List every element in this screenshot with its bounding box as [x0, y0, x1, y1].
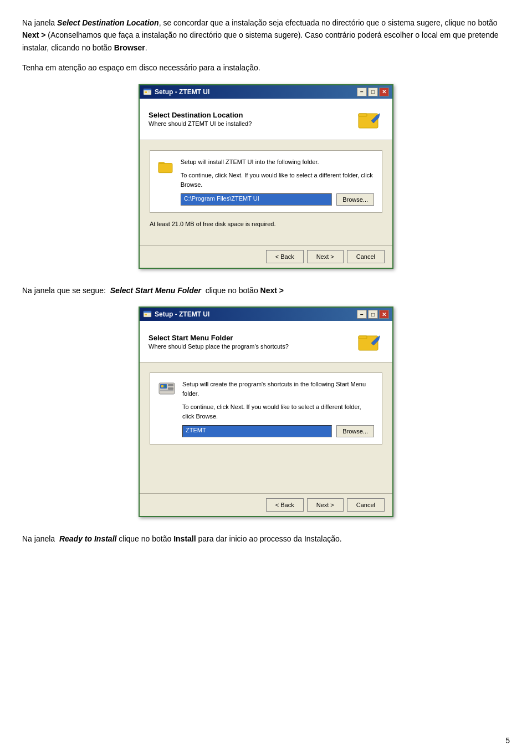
svg-rect-21	[165, 385, 166, 387]
spacer-2	[150, 452, 382, 486]
header-text-1: Select Destination Location Where should…	[149, 111, 252, 127]
dialog-footer-1: < Back Next > Cancel	[140, 245, 392, 268]
dialog-inner-box-2: Setup will create the program's shortcut…	[150, 372, 382, 445]
maximize-button-2[interactable]: □	[368, 310, 378, 319]
next-button-1[interactable]: Next >	[307, 250, 344, 263]
minimize-button-2[interactable]: −	[357, 310, 367, 319]
shortcuts-icon	[158, 380, 176, 397]
folder-icon-1	[158, 157, 174, 175]
dialog-header-2: Select Start Menu Folder Where should Se…	[140, 321, 392, 362]
disk-space-note: At least 21.0 MB of free disk space is r…	[150, 221, 382, 227]
dialog-body-1: Setup will install ZTEMT UI into the fol…	[140, 140, 392, 246]
svg-rect-9	[144, 311, 151, 313]
paragraph-4: Na janela Ready to Install clique no bot…	[22, 533, 510, 545]
dialog-header-1: Select Destination Location Where should…	[140, 99, 392, 140]
inner-text-1a: Setup will install ZTEMT UI into the fol…	[181, 157, 374, 167]
setup-icon-1	[143, 88, 152, 96]
dialog-select-destination: Setup - ZTEMT UI − □ ✕ Select Destinatio…	[139, 84, 393, 269]
dialog-footer-2: < Back Next > Cancel	[140, 493, 392, 516]
dialog-inner-box-1: Setup will install ZTEMT UI into the fol…	[150, 150, 382, 213]
svg-rect-18	[168, 387, 173, 390]
close-button-2[interactable]: ✕	[379, 310, 389, 319]
dialog-controls-1[interactable]: − □ ✕	[357, 88, 389, 96]
svg-rect-19	[160, 390, 173, 391]
dialog-header-icon-2	[356, 328, 383, 355]
back-button-2[interactable]: < Back	[266, 498, 304, 512]
cancel-button-1[interactable]: Cancel	[347, 250, 385, 263]
svg-rect-4	[148, 93, 150, 93]
inner-content-1: Setup will install ZTEMT UI into the fol…	[181, 157, 374, 206]
maximize-button-1[interactable]: □	[368, 88, 378, 96]
svg-rect-12	[148, 315, 150, 315]
paragraph-1: Na janela Select Destination Location, s…	[22, 17, 510, 54]
paragraph-2: Tenha em atenção ao espaço em disco nece…	[22, 62, 510, 74]
browse-button-2[interactable]: Browse...	[336, 425, 374, 437]
inner-text-1b: To continue, click Next. If you would li…	[181, 171, 374, 189]
browse-button-1[interactable]: Browse...	[336, 193, 374, 206]
minimize-button-1[interactable]: −	[357, 88, 367, 96]
header-title-2: Select Start Menu Folder	[149, 334, 289, 342]
svg-rect-1	[144, 89, 151, 90]
dialog-controls-2[interactable]: − □ ✕	[357, 310, 389, 319]
install-location-row-1: C:\Program Files\ZTEMT UI Browse...	[181, 193, 374, 206]
dialog-titlebar-2: Setup - ZTEMT UI − □ ✕	[140, 308, 392, 321]
svg-rect-6	[359, 114, 367, 116]
back-button-1[interactable]: < Back	[266, 250, 304, 263]
svg-rect-3	[148, 91, 150, 92]
svg-rect-10	[145, 314, 147, 315]
dialog-header-icon-1	[356, 105, 383, 133]
install-path-display-1[interactable]: C:\Program Files\ZTEMT UI	[181, 193, 332, 206]
install-location-row-2: ZTEMT Browse...	[182, 425, 374, 437]
dialog-title-1: Setup - ZTEMT UI	[155, 88, 209, 96]
svg-rect-7	[158, 163, 172, 172]
inner-content-2: Setup will create the program's shortcut…	[182, 380, 374, 437]
svg-rect-20	[161, 385, 163, 387]
setup-icon-2	[143, 310, 152, 319]
svg-rect-17	[168, 384, 173, 386]
inner-text-2b: To continue, click Next. If you would li…	[182, 402, 374, 421]
header-subtitle-1: Where should ZTEMT UI be installed?	[149, 120, 252, 127]
dialog-body-2: Setup will create the program's shortcut…	[140, 362, 392, 493]
dialog-select-start-menu: Setup - ZTEMT UI − □ ✕ Select Start Menu…	[139, 307, 393, 517]
inner-text-2a: Setup will create the program's shortcut…	[182, 380, 374, 398]
paragraph-3: Na janela que se segue: Select Start Men…	[22, 284, 510, 297]
svg-rect-14	[359, 336, 367, 339]
header-text-2: Select Start Menu Folder Where should Se…	[149, 334, 289, 350]
svg-rect-11	[148, 314, 150, 314]
install-path-display-2[interactable]: ZTEMT	[182, 425, 332, 437]
dialog-title-2: Setup - ZTEMT UI	[155, 310, 209, 318]
svg-rect-2	[145, 91, 147, 93]
close-button-1[interactable]: ✕	[379, 88, 389, 96]
header-subtitle-2: Where should Setup place the program's s…	[149, 343, 289, 350]
next-button-2[interactable]: Next >	[307, 498, 344, 512]
titlebar-left-2: Setup - ZTEMT UI	[143, 310, 209, 319]
titlebar-left-1: Setup - ZTEMT UI	[143, 88, 209, 96]
dialog-titlebar-1: Setup - ZTEMT UI − □ ✕	[140, 85, 392, 99]
header-title-1: Select Destination Location	[149, 111, 252, 119]
cancel-button-2[interactable]: Cancel	[347, 498, 385, 512]
